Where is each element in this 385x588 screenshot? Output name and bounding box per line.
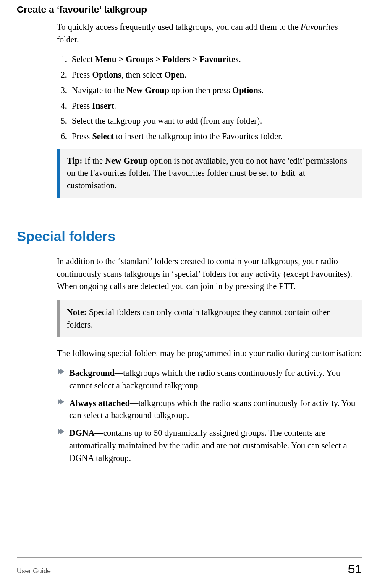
section2-body: In addition to the ‘standard’ folders cr… <box>57 255 362 464</box>
page-number: 51 <box>348 562 362 576</box>
steps-list: Select Menu > Groups > Folders > Favouri… <box>57 53 362 143</box>
svg-marker-3 <box>60 399 64 405</box>
note-callout: Note: Special folders can only contain t… <box>57 300 362 337</box>
section1-body: To quickly access frequently used talkgr… <box>57 21 362 198</box>
tip-callout: Tip: If the New Group option is not avai… <box>57 149 362 198</box>
list-item-text: DGNA—contains up to 50 dynamically assig… <box>69 428 347 462</box>
list-item: DGNA—contains up to 50 dynamically assig… <box>57 427 362 464</box>
step-item: Press Options, then select Open. <box>69 69 362 81</box>
special-folders-list: Background—talkgroups which the radio sc… <box>57 367 362 464</box>
section-divider <box>17 221 362 221</box>
svg-marker-5 <box>60 429 64 434</box>
note-label: Note: <box>67 307 87 317</box>
step-item: Select Menu > Groups > Folders > Favouri… <box>69 53 362 66</box>
footer-divider <box>17 557 362 558</box>
list-item: Always attached—talkgroups which the rad… <box>57 397 362 422</box>
arrow-bullet-icon <box>57 428 64 435</box>
heading-create-favourite: Create a ‘favourite’ talkgroup <box>17 4 362 15</box>
footer-doc-title: User Guide <box>17 567 51 575</box>
note-text: Special folders can only contain talkgro… <box>67 307 330 329</box>
page: Create a ‘favourite’ talkgroup To quickl… <box>0 0 385 588</box>
svg-marker-1 <box>60 369 64 375</box>
page-footer: User Guide 51 <box>17 557 362 576</box>
special-folders-intro: In addition to the ‘standard’ folders cr… <box>57 255 362 293</box>
list-item-text: Background—talkgroups which the radio sc… <box>69 368 340 390</box>
intro-paragraph: To quickly access frequently used talkgr… <box>57 21 362 46</box>
special-folders-lead: The following special folders may be pro… <box>57 347 362 360</box>
heading-special-folders: Special folders <box>17 229 362 245</box>
step-item: Navigate to the New Group option then pr… <box>69 84 362 97</box>
arrow-bullet-icon <box>57 398 64 406</box>
list-item-text: Always attached—talkgroups which the rad… <box>69 398 355 420</box>
arrow-bullet-icon <box>57 368 64 375</box>
step-item: Press Select to insert the talkgroup int… <box>69 130 362 143</box>
tip-label: Tip: <box>67 156 82 165</box>
tip-text: If the New Group option is not available… <box>67 156 347 190</box>
step-item: Press Insert. <box>69 100 362 112</box>
list-item: Background—talkgroups which the radio sc… <box>57 367 362 392</box>
step-item: Select the talkgroup you want to add (fr… <box>69 115 362 127</box>
